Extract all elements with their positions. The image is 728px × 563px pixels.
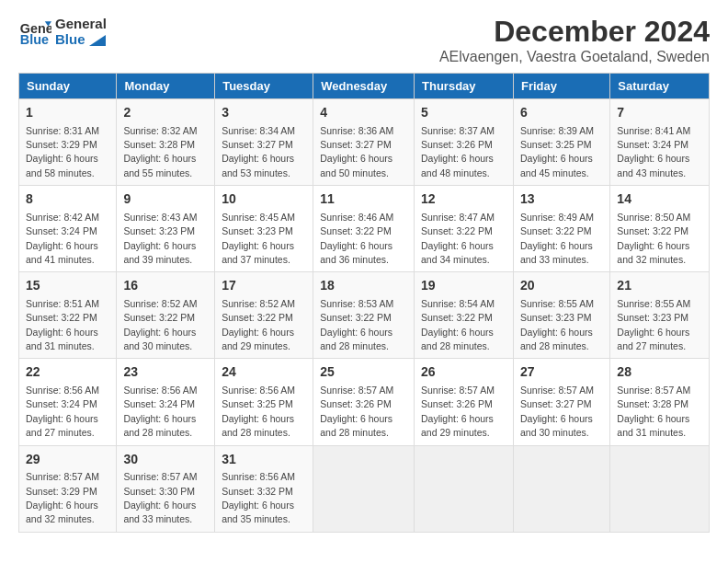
calendar-cell: 17Sunrise: 8:52 AM Sunset: 3:22 PM Dayli… — [215, 272, 313, 359]
day-number: 4 — [320, 104, 407, 122]
calendar-cell: 1Sunrise: 8:31 AM Sunset: 3:29 PM Daylig… — [19, 99, 117, 186]
logo-icon: General Blue — [18, 15, 51, 48]
day-info: Sunrise: 8:56 AM Sunset: 3:24 PM Dayligh… — [26, 385, 99, 438]
day-number: 29 — [26, 451, 109, 469]
day-number: 23 — [123, 363, 208, 382]
week-row-1: 1Sunrise: 8:31 AM Sunset: 3:29 PM Daylig… — [19, 99, 710, 186]
calendar-cell: 25Sunrise: 8:57 AM Sunset: 3:26 PM Dayli… — [313, 359, 415, 445]
day-number: 13 — [520, 190, 603, 209]
sub-title: AElvaengen, Vaestra Goetaland, Sweden — [439, 49, 710, 65]
day-number: 3 — [222, 104, 306, 122]
day-info: Sunrise: 8:56 AM Sunset: 3:24 PM Dayligh… — [123, 385, 197, 438]
day-number: 21 — [617, 277, 702, 295]
day-info: Sunrise: 8:45 AM Sunset: 3:23 PM Dayligh… — [222, 212, 295, 265]
day-info: Sunrise: 8:47 AM Sunset: 3:22 PM Dayligh… — [421, 212, 495, 265]
day-number: 5 — [421, 104, 506, 122]
calendar-cell: 8Sunrise: 8:42 AM Sunset: 3:24 PM Daylig… — [19, 186, 117, 272]
calendar-cell: 13Sunrise: 8:49 AM Sunset: 3:22 PM Dayli… — [513, 186, 609, 272]
calendar-cell: 20Sunrise: 8:55 AM Sunset: 3:23 PM Dayli… — [513, 272, 609, 359]
title-area: December 2024 AElvaengen, Vaestra Goetal… — [439, 15, 710, 65]
day-info: Sunrise: 8:52 AM Sunset: 3:22 PM Dayligh… — [222, 298, 295, 351]
calendar-cell: 18Sunrise: 8:53 AM Sunset: 3:22 PM Dayli… — [313, 272, 415, 359]
week-row-3: 15Sunrise: 8:51 AM Sunset: 3:22 PM Dayli… — [19, 272, 710, 359]
day-number: 10 — [222, 190, 306, 209]
col-header-sunday: Sunday — [19, 74, 117, 99]
day-number: 9 — [123, 190, 208, 209]
day-info: Sunrise: 8:34 AM Sunset: 3:27 PM Dayligh… — [222, 125, 295, 178]
main-title: December 2024 — [439, 15, 710, 49]
day-number: 22 — [26, 363, 109, 382]
calendar-cell — [610, 445, 710, 532]
week-row-4: 22Sunrise: 8:56 AM Sunset: 3:24 PM Dayli… — [19, 359, 710, 445]
day-number: 1 — [26, 104, 109, 122]
day-info: Sunrise: 8:32 AM Sunset: 3:28 PM Dayligh… — [123, 125, 197, 178]
calendar-cell: 16Sunrise: 8:52 AM Sunset: 3:22 PM Dayli… — [117, 272, 215, 359]
day-info: Sunrise: 8:49 AM Sunset: 3:22 PM Dayligh… — [520, 212, 594, 265]
col-header-monday: Monday — [117, 74, 215, 99]
calendar-cell: 10Sunrise: 8:45 AM Sunset: 3:23 PM Dayli… — [215, 186, 313, 272]
col-header-wednesday: Wednesday — [313, 74, 415, 99]
calendar-cell: 3Sunrise: 8:34 AM Sunset: 3:27 PM Daylig… — [215, 99, 313, 186]
day-number: 16 — [123, 277, 208, 295]
calendar-cell: 24Sunrise: 8:56 AM Sunset: 3:25 PM Dayli… — [215, 359, 313, 445]
day-number: 20 — [520, 277, 603, 295]
day-info: Sunrise: 8:56 AM Sunset: 3:25 PM Dayligh… — [222, 385, 295, 438]
calendar-cell: 23Sunrise: 8:56 AM Sunset: 3:24 PM Dayli… — [117, 359, 215, 445]
day-info: Sunrise: 8:51 AM Sunset: 3:22 PM Dayligh… — [26, 298, 99, 351]
day-info: Sunrise: 8:52 AM Sunset: 3:22 PM Dayligh… — [123, 298, 197, 351]
logo: General Blue General Blue — [18, 15, 107, 48]
day-info: Sunrise: 8:50 AM Sunset: 3:22 PM Dayligh… — [617, 212, 690, 265]
day-number: 8 — [26, 190, 109, 209]
day-info: Sunrise: 8:37 AM Sunset: 3:26 PM Dayligh… — [421, 125, 495, 178]
day-number: 18 — [320, 277, 407, 295]
calendar-cell: 15Sunrise: 8:51 AM Sunset: 3:22 PM Dayli… — [19, 272, 117, 359]
day-number: 25 — [320, 363, 407, 382]
col-header-saturday: Saturday — [610, 74, 710, 99]
col-header-friday: Friday — [513, 74, 609, 99]
day-number: 28 — [617, 363, 702, 382]
day-info: Sunrise: 8:41 AM Sunset: 3:24 PM Dayligh… — [617, 125, 690, 178]
day-number: 15 — [26, 277, 109, 295]
header: General Blue General Blue December 2024 … — [18, 15, 710, 65]
calendar-cell: 30Sunrise: 8:57 AM Sunset: 3:30 PM Dayli… — [117, 445, 215, 532]
day-number: 31 — [222, 451, 306, 469]
day-number: 14 — [617, 190, 702, 209]
day-info: Sunrise: 8:57 AM Sunset: 3:26 PM Dayligh… — [320, 385, 393, 438]
logo-arrow-icon — [89, 35, 106, 46]
calendar-cell: 5Sunrise: 8:37 AM Sunset: 3:26 PM Daylig… — [415, 99, 514, 186]
calendar-cell: 2Sunrise: 8:32 AM Sunset: 3:28 PM Daylig… — [117, 99, 215, 186]
svg-marker-3 — [89, 35, 106, 46]
day-info: Sunrise: 8:43 AM Sunset: 3:23 PM Dayligh… — [123, 212, 197, 265]
day-info: Sunrise: 8:55 AM Sunset: 3:23 PM Dayligh… — [520, 298, 594, 351]
day-info: Sunrise: 8:46 AM Sunset: 3:22 PM Dayligh… — [320, 212, 393, 265]
day-info: Sunrise: 8:31 AM Sunset: 3:29 PM Dayligh… — [26, 125, 99, 178]
calendar-table: SundayMondayTuesdayWednesdayThursdayFrid… — [18, 73, 710, 533]
calendar-cell: 19Sunrise: 8:54 AM Sunset: 3:22 PM Dayli… — [415, 272, 514, 359]
day-number: 6 — [520, 104, 603, 122]
calendar-cell: 31Sunrise: 8:56 AM Sunset: 3:32 PM Dayli… — [215, 445, 313, 532]
calendar-cell: 7Sunrise: 8:41 AM Sunset: 3:24 PM Daylig… — [610, 99, 710, 186]
day-info: Sunrise: 8:57 AM Sunset: 3:26 PM Dayligh… — [421, 385, 495, 438]
calendar-cell: 4Sunrise: 8:36 AM Sunset: 3:27 PM Daylig… — [313, 99, 415, 186]
day-number: 24 — [222, 363, 306, 382]
svg-text:Blue: Blue — [20, 32, 49, 47]
calendar-cell: 27Sunrise: 8:57 AM Sunset: 3:27 PM Dayli… — [513, 359, 609, 445]
week-row-5: 29Sunrise: 8:57 AM Sunset: 3:29 PM Dayli… — [19, 445, 710, 532]
week-row-2: 8Sunrise: 8:42 AM Sunset: 3:24 PM Daylig… — [19, 186, 710, 272]
calendar-cell: 14Sunrise: 8:50 AM Sunset: 3:22 PM Dayli… — [610, 186, 710, 272]
day-number: 19 — [421, 277, 506, 295]
day-info: Sunrise: 8:57 AM Sunset: 3:29 PM Dayligh… — [26, 471, 99, 524]
day-info: Sunrise: 8:36 AM Sunset: 3:27 PM Dayligh… — [320, 125, 393, 178]
calendar-cell: 29Sunrise: 8:57 AM Sunset: 3:29 PM Dayli… — [19, 445, 117, 532]
logo-blue: Blue — [55, 31, 107, 47]
day-number: 27 — [520, 363, 603, 382]
day-number: 7 — [617, 104, 702, 122]
calendar-cell — [415, 445, 514, 532]
calendar-body: 1Sunrise: 8:31 AM Sunset: 3:29 PM Daylig… — [19, 99, 710, 533]
day-number: 17 — [222, 277, 306, 295]
day-info: Sunrise: 8:55 AM Sunset: 3:23 PM Dayligh… — [617, 298, 690, 351]
calendar-cell: 11Sunrise: 8:46 AM Sunset: 3:22 PM Dayli… — [313, 186, 415, 272]
col-header-thursday: Thursday — [415, 74, 514, 99]
calendar-cell — [513, 445, 609, 532]
day-number: 30 — [123, 451, 208, 469]
